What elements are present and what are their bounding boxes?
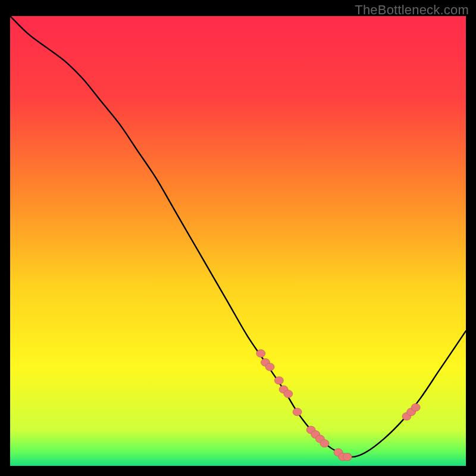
marker-point [293, 408, 302, 416]
marker-point [284, 390, 293, 398]
marker-point [411, 403, 420, 411]
marker-point [265, 363, 274, 371]
chart-frame: TheBottleneck.com [0, 0, 476, 476]
watermark-text: TheBottleneck.com [355, 2, 469, 18]
plot-area [10, 16, 466, 466]
chart-svg [10, 16, 466, 466]
marker-point [320, 440, 329, 447]
gradient-background [10, 16, 466, 466]
marker-point [274, 377, 283, 384]
marker-point [343, 453, 352, 461]
marker-point [256, 350, 265, 358]
